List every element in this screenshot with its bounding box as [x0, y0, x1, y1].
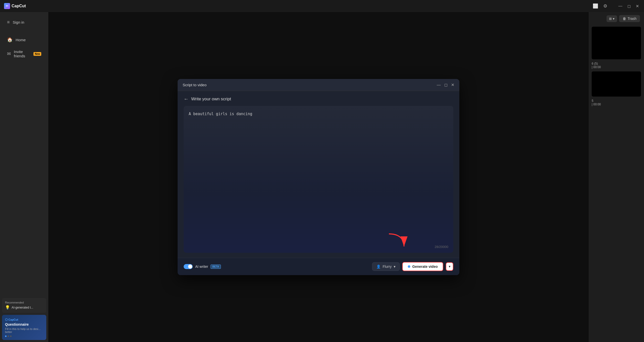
- voice-person-icon: 👤: [376, 265, 381, 269]
- dot-2: [8, 335, 9, 337]
- sidebar: ≡ Sign in 🏠 Home ✉ Invite friends New Re…: [0, 12, 48, 342]
- modal-minimize-button[interactable]: —: [437, 82, 441, 87]
- script-textarea-wrapper: A beautiful girls is dancing 28/20000: [184, 106, 453, 253]
- beta-badge: BETA: [211, 265, 221, 269]
- sidebar-bottom: Recommended 💡 AI-generated t... ⬡ CapCut…: [0, 296, 48, 342]
- media-duration-2: | 00:00: [592, 103, 641, 106]
- signin-label: Sign in: [13, 20, 24, 24]
- modal-titlebar: Script to video — ◻ ✕: [178, 79, 459, 91]
- footer-right: 👤 Flurry ▾ Generate video ▾: [372, 262, 453, 271]
- recommended-card: Recommended 💡 AI-generated t...: [2, 298, 46, 313]
- sidebar-item-home[interactable]: 🏠 Home: [2, 34, 46, 46]
- promo-dots: [5, 335, 43, 337]
- generate-video-button[interactable]: Generate video: [402, 262, 443, 271]
- new-badge: New: [33, 52, 41, 56]
- media-thumb-2: [592, 71, 641, 97]
- promo-text: Fill in this to help us to desi... bette…: [5, 327, 43, 333]
- rec-label: Recommended: [5, 301, 43, 304]
- promo-logo: ⬡ CapCut: [5, 318, 43, 321]
- grid-icon: ⊞: [609, 17, 612, 21]
- generate-dropdown-icon: ▾: [449, 265, 450, 268]
- char-count: 28/20000: [435, 245, 448, 249]
- trash-button[interactable]: 🗑 Trash: [619, 15, 640, 22]
- voice-label: Flurry: [383, 265, 392, 269]
- media-duration-1: | 00:00: [592, 65, 641, 69]
- capcut-promo[interactable]: ⬡ CapCut Questionnaire Fill in this to h…: [2, 315, 46, 340]
- signin-icon: ≡: [7, 20, 10, 25]
- invite-label: Invite friends: [14, 50, 29, 58]
- rec-text: AI-generated t...: [12, 306, 33, 309]
- ai-writer-section: AI writer BETA: [184, 264, 221, 269]
- right-panel: ⊞ ▾ 🗑 Trash 6 (5) | 00:00 5 | 00:00: [589, 12, 644, 342]
- media-info-2: 5 | 00:00: [589, 98, 644, 107]
- generate-video-dropdown-button[interactable]: ▾: [446, 262, 453, 271]
- capcut-logo: ✂ CapCut: [4, 3, 26, 9]
- minimize-button[interactable]: —: [617, 3, 623, 10]
- logo-icon: ✂: [4, 3, 10, 9]
- title-bar-controls: ⬜ ⚙ — ◻ ✕: [593, 3, 640, 10]
- modal-body: ← Write your own script A beautiful girl…: [178, 91, 459, 258]
- invite-icon: ✉: [7, 51, 11, 57]
- app-name: CapCut: [12, 4, 26, 8]
- promo-title: Questionnaire: [5, 322, 43, 326]
- trash-icon: 🗑: [623, 17, 626, 21]
- media-info-1: 6 (5) | 00:00: [589, 61, 644, 70]
- window-controls: — ◻ ✕: [617, 3, 640, 10]
- title-bar: ✂ CapCut ⬜ ⚙ — ◻ ✕: [0, 0, 644, 12]
- modal-win-controls: — ◻ ✕: [437, 82, 454, 87]
- back-button[interactable]: ←: [184, 96, 189, 102]
- modal-footer: AI writer BETA 👤 Flurry ▾ Generate video…: [178, 258, 459, 275]
- grid-dropdown-icon: ▾: [613, 17, 615, 21]
- ai-writer-label: AI writer: [195, 265, 208, 269]
- modal-close-button[interactable]: ✕: [451, 82, 454, 87]
- dot-3: [10, 335, 12, 337]
- gear-icon[interactable]: ⚙: [603, 3, 607, 9]
- grid-toggle-button[interactable]: ⊞ ▾: [607, 15, 617, 22]
- script-textarea[interactable]: A beautiful girls is dancing: [189, 111, 448, 247]
- back-header: ← Write your own script: [184, 96, 453, 102]
- generate-btn-dot: [408, 265, 410, 268]
- title-bar-left: ✂ CapCut: [4, 3, 26, 9]
- back-title: Write your own script: [191, 97, 231, 102]
- ai-writer-toggle[interactable]: [184, 264, 193, 269]
- modal-overlay: Script to video — ◻ ✕ ← Write your own s…: [48, 12, 589, 342]
- close-button[interactable]: ✕: [635, 3, 640, 10]
- home-label: Home: [16, 38, 26, 42]
- generate-label: Generate video: [412, 265, 438, 269]
- maximize-button[interactable]: ◻: [626, 3, 632, 10]
- script-to-video-modal: Script to video — ◻ ✕ ← Write your own s…: [178, 79, 459, 275]
- sidebar-item-invite[interactable]: ✉ Invite friends New: [2, 47, 46, 61]
- dot-1: [5, 335, 7, 337]
- voice-selector[interactable]: 👤 Flurry ▾: [372, 262, 400, 271]
- right-panel-toolbar: ⊞ ▾ 🗑 Trash: [589, 12, 644, 25]
- voice-dropdown-icon: ▾: [394, 265, 395, 269]
- rec-icon: 💡: [5, 305, 10, 310]
- media-title-2: 5: [592, 99, 641, 103]
- home-icon: 🏠: [7, 37, 13, 42]
- trash-label: Trash: [628, 17, 636, 21]
- modal-title: Script to video: [183, 83, 207, 87]
- monitor-icon[interactable]: ⬜: [593, 3, 598, 9]
- sidebar-item-signin[interactable]: ≡ Sign in: [2, 17, 46, 28]
- media-title-1: 6 (5): [592, 62, 641, 65]
- modal-maximize-button[interactable]: ◻: [444, 82, 448, 87]
- media-thumb-1: [592, 27, 641, 59]
